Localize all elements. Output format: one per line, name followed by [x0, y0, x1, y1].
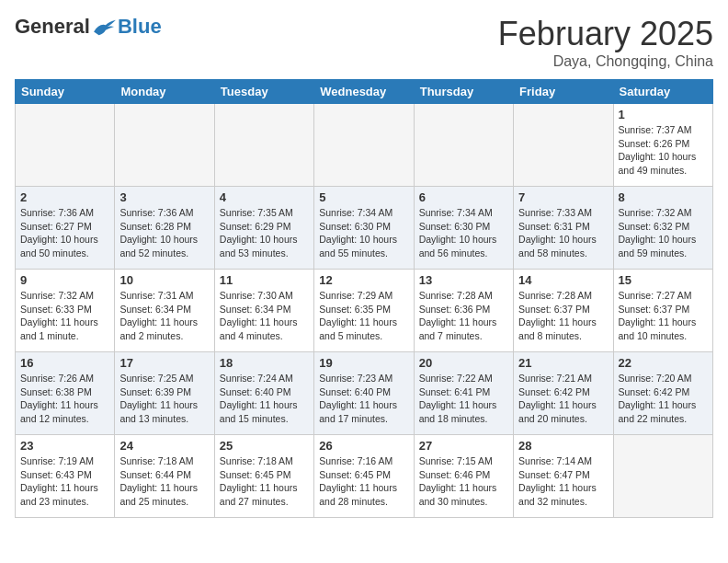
calendar-cell: 20Sunrise: 7:22 AM Sunset: 6:41 PM Dayli…	[414, 352, 513, 435]
day-info: Sunrise: 7:35 AM Sunset: 6:29 PM Dayligh…	[220, 206, 309, 260]
calendar-cell: 5Sunrise: 7:34 AM Sunset: 6:30 PM Daylig…	[314, 187, 414, 270]
day-info: Sunrise: 7:31 AM Sunset: 6:34 PM Dayligh…	[119, 289, 209, 343]
day-number: 9	[20, 273, 109, 287]
day-number: 1	[619, 108, 708, 121]
calendar-cell: 18Sunrise: 7:24 AM Sunset: 6:40 PM Dayli…	[214, 352, 313, 435]
logo-general: General	[15, 15, 90, 39]
col-header-friday: Friday	[514, 80, 613, 104]
day-info: Sunrise: 7:34 AM Sunset: 6:30 PM Dayligh…	[319, 206, 408, 260]
day-info: Sunrise: 7:24 AM Sunset: 6:40 PM Dayligh…	[220, 372, 309, 426]
calendar-cell: 23Sunrise: 7:19 AM Sunset: 6:43 PM Dayli…	[16, 435, 115, 518]
day-info: Sunrise: 7:36 AM Sunset: 6:28 PM Dayligh…	[119, 206, 209, 260]
logo: General Blue	[15, 15, 162, 39]
week-row-2: 2Sunrise: 7:36 AM Sunset: 6:27 PM Daylig…	[16, 187, 713, 270]
title-block: February 2025 Daya, Chongqing, China	[498, 15, 713, 70]
day-info: Sunrise: 7:21 AM Sunset: 6:42 PM Dayligh…	[518, 372, 608, 426]
calendar-cell: 4Sunrise: 7:35 AM Sunset: 6:29 PM Daylig…	[214, 187, 313, 270]
day-number: 7	[518, 190, 608, 204]
calendar-cell	[514, 104, 613, 187]
day-info: Sunrise: 7:20 AM Sunset: 6:42 PM Dayligh…	[619, 372, 708, 426]
day-number: 21	[518, 356, 608, 370]
day-info: Sunrise: 7:26 AM Sunset: 6:38 PM Dayligh…	[20, 372, 109, 426]
calendar-cell	[314, 104, 414, 187]
day-number: 10	[119, 273, 209, 287]
day-info: Sunrise: 7:28 AM Sunset: 6:37 PM Dayligh…	[518, 289, 608, 343]
calendar-cell: 3Sunrise: 7:36 AM Sunset: 6:28 PM Daylig…	[115, 187, 214, 270]
calendar-cell: 11Sunrise: 7:30 AM Sunset: 6:34 PM Dayli…	[214, 270, 313, 352]
col-header-monday: Monday	[115, 80, 214, 104]
day-info: Sunrise: 7:33 AM Sunset: 6:31 PM Dayligh…	[518, 206, 608, 260]
calendar-cell: 7Sunrise: 7:33 AM Sunset: 6:31 PM Daylig…	[514, 187, 613, 270]
calendar-cell	[214, 104, 313, 187]
day-info: Sunrise: 7:28 AM Sunset: 6:36 PM Dayligh…	[419, 289, 508, 343]
calendar-cell	[115, 104, 214, 187]
day-number: 11	[220, 273, 309, 287]
calendar-cell: 9Sunrise: 7:32 AM Sunset: 6:33 PM Daylig…	[16, 270, 115, 352]
day-info: Sunrise: 7:36 AM Sunset: 6:27 PM Dayligh…	[20, 206, 109, 260]
calendar-cell: 8Sunrise: 7:32 AM Sunset: 6:32 PM Daylig…	[613, 187, 712, 270]
day-number: 4	[220, 190, 309, 204]
calendar-cell: 6Sunrise: 7:34 AM Sunset: 6:30 PM Daylig…	[414, 187, 513, 270]
week-row-4: 16Sunrise: 7:26 AM Sunset: 6:38 PM Dayli…	[16, 352, 713, 435]
page-header: General Blue February 2025 Daya, Chongqi…	[15, 15, 713, 70]
col-header-wednesday: Wednesday	[314, 80, 414, 104]
month-title: February 2025	[498, 15, 713, 53]
day-info: Sunrise: 7:27 AM Sunset: 6:37 PM Dayligh…	[619, 289, 708, 343]
day-number: 23	[20, 439, 109, 453]
day-info: Sunrise: 7:32 AM Sunset: 6:33 PM Dayligh…	[20, 289, 109, 343]
day-number: 17	[119, 356, 209, 370]
day-number: 13	[419, 273, 508, 287]
day-number: 20	[419, 356, 508, 370]
logo-bird-icon	[92, 17, 118, 37]
calendar-cell: 21Sunrise: 7:21 AM Sunset: 6:42 PM Dayli…	[514, 352, 613, 435]
calendar-cell: 1Sunrise: 7:37 AM Sunset: 6:26 PM Daylig…	[613, 104, 712, 187]
calendar-cell: 25Sunrise: 7:18 AM Sunset: 6:45 PM Dayli…	[214, 435, 313, 518]
logo-blue: Blue	[118, 15, 162, 39]
day-info: Sunrise: 7:34 AM Sunset: 6:30 PM Dayligh…	[419, 206, 508, 260]
day-info: Sunrise: 7:30 AM Sunset: 6:34 PM Dayligh…	[220, 289, 309, 343]
col-header-saturday: Saturday	[613, 80, 712, 104]
day-info: Sunrise: 7:29 AM Sunset: 6:35 PM Dayligh…	[319, 289, 408, 343]
calendar-cell: 27Sunrise: 7:15 AM Sunset: 6:46 PM Dayli…	[414, 435, 513, 518]
day-info: Sunrise: 7:15 AM Sunset: 6:46 PM Dayligh…	[419, 454, 508, 509]
day-number: 8	[619, 190, 708, 204]
day-info: Sunrise: 7:19 AM Sunset: 6:43 PM Dayligh…	[20, 454, 109, 509]
calendar-cell: 16Sunrise: 7:26 AM Sunset: 6:38 PM Dayli…	[16, 352, 115, 435]
day-info: Sunrise: 7:18 AM Sunset: 6:44 PM Dayligh…	[119, 454, 209, 509]
day-number: 28	[518, 439, 608, 453]
day-number: 24	[119, 439, 209, 453]
day-number: 26	[319, 439, 408, 453]
col-header-sunday: Sunday	[16, 80, 115, 104]
calendar-cell	[16, 104, 115, 187]
week-row-3: 9Sunrise: 7:32 AM Sunset: 6:33 PM Daylig…	[16, 270, 713, 352]
day-info: Sunrise: 7:37 AM Sunset: 6:26 PM Dayligh…	[619, 123, 708, 178]
calendar-header-row: SundayMondayTuesdayWednesdayThursdayFrid…	[16, 80, 713, 104]
day-number: 5	[319, 190, 408, 204]
week-row-5: 23Sunrise: 7:19 AM Sunset: 6:43 PM Dayli…	[16, 435, 713, 518]
day-info: Sunrise: 7:14 AM Sunset: 6:47 PM Dayligh…	[518, 454, 608, 509]
day-number: 19	[319, 356, 408, 370]
day-info: Sunrise: 7:25 AM Sunset: 6:39 PM Dayligh…	[119, 372, 209, 426]
calendar-cell: 24Sunrise: 7:18 AM Sunset: 6:44 PM Dayli…	[115, 435, 214, 518]
day-number: 2	[20, 190, 109, 204]
day-info: Sunrise: 7:16 AM Sunset: 6:45 PM Dayligh…	[319, 454, 408, 509]
day-number: 15	[619, 273, 708, 287]
day-number: 18	[220, 356, 309, 370]
day-number: 22	[619, 356, 708, 370]
calendar-cell	[414, 104, 513, 187]
calendar-cell: 28Sunrise: 7:14 AM Sunset: 6:47 PM Dayli…	[514, 435, 613, 518]
calendar-cell: 13Sunrise: 7:28 AM Sunset: 6:36 PM Dayli…	[414, 270, 513, 352]
location-subtitle: Daya, Chongqing, China	[498, 53, 713, 70]
day-info: Sunrise: 7:18 AM Sunset: 6:45 PM Dayligh…	[220, 454, 309, 509]
col-header-thursday: Thursday	[414, 80, 513, 104]
day-info: Sunrise: 7:32 AM Sunset: 6:32 PM Dayligh…	[619, 206, 708, 260]
day-number: 6	[419, 190, 508, 204]
calendar-cell	[613, 435, 712, 518]
calendar-cell: 10Sunrise: 7:31 AM Sunset: 6:34 PM Dayli…	[115, 270, 214, 352]
calendar-cell: 17Sunrise: 7:25 AM Sunset: 6:39 PM Dayli…	[115, 352, 214, 435]
calendar-cell: 19Sunrise: 7:23 AM Sunset: 6:40 PM Dayli…	[314, 352, 414, 435]
week-row-1: 1Sunrise: 7:37 AM Sunset: 6:26 PM Daylig…	[16, 104, 713, 187]
calendar-cell: 2Sunrise: 7:36 AM Sunset: 6:27 PM Daylig…	[16, 187, 115, 270]
day-info: Sunrise: 7:23 AM Sunset: 6:40 PM Dayligh…	[319, 372, 408, 426]
day-number: 3	[119, 190, 209, 204]
